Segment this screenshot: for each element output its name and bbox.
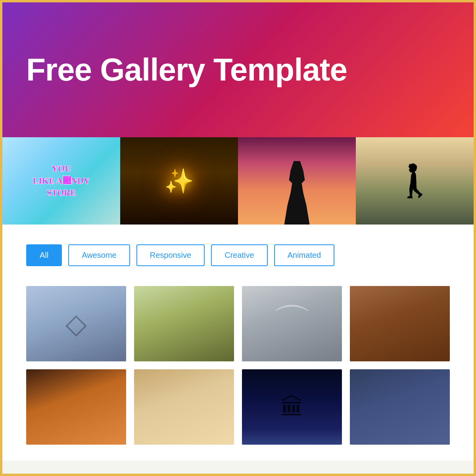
strip-image-silhouette <box>238 137 356 225</box>
strip-item-2 <box>120 137 238 225</box>
filter-btn-responsive[interactable]: Responsive <box>136 244 205 266</box>
gallery-item-5[interactable] <box>26 369 126 445</box>
strip-image-candy <box>2 137 120 225</box>
gallery-item-8[interactable] <box>350 369 450 445</box>
filter-btn-awesome[interactable]: Awesome <box>68 244 130 266</box>
gallery-section <box>2 282 474 461</box>
silhouette-figure <box>281 161 313 225</box>
hero-section: Free Gallery Template <box>2 2 474 137</box>
hero-title: Free Gallery Template <box>26 52 347 87</box>
filter-btn-animated[interactable]: Animated <box>274 244 335 266</box>
strip-image-person-back <box>356 137 474 225</box>
strip-item-4 <box>356 137 474 225</box>
strip-item-3 <box>238 137 356 225</box>
strip-item-1 <box>2 137 120 225</box>
strip-image-sparkler <box>120 137 238 225</box>
gallery-grid <box>26 286 450 445</box>
gallery-item-6[interactable] <box>134 369 234 445</box>
gallery-item-4[interactable] <box>350 286 450 361</box>
gallery-item-1[interactable] <box>26 286 126 361</box>
gallery-item-3[interactable] <box>242 286 342 361</box>
filter-section: All Awesome Responsive Creative Animated <box>2 225 474 282</box>
photo-strip <box>2 137 474 225</box>
filter-btn-creative[interactable]: Creative <box>211 244 267 266</box>
filter-btn-all[interactable]: All <box>26 244 62 266</box>
gallery-item-2[interactable] <box>134 286 234 361</box>
gallery-item-7[interactable] <box>242 369 342 445</box>
